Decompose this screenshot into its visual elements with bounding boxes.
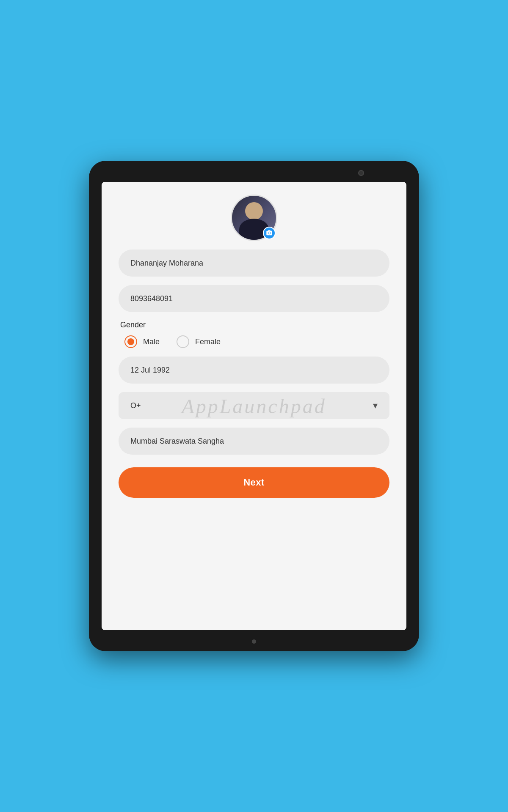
male-radio[interactable]	[124, 335, 137, 348]
chevron-down-icon: ▾	[373, 400, 378, 411]
dob-value: 12 Jul 1992	[130, 366, 170, 375]
name-input[interactable]	[119, 250, 389, 277]
phone-input[interactable]	[119, 285, 389, 312]
blood-group-dropdown[interactable]: O+ ▾	[119, 392, 389, 419]
female-radio[interactable]	[177, 335, 189, 348]
avatar-container[interactable]	[231, 195, 277, 241]
gender-female-option[interactable]: Female	[177, 335, 221, 348]
gender-options: Male Female	[120, 335, 389, 348]
organization-input[interactable]	[119, 428, 389, 455]
dob-field[interactable]: 12 Jul 1992	[119, 357, 389, 384]
camera-icon	[266, 230, 273, 236]
tablet-screen: AppLaunchpad	[102, 182, 406, 630]
blood-group-value: O+	[130, 401, 141, 410]
male-label: Male	[143, 337, 160, 346]
female-label: Female	[195, 337, 221, 346]
profile-section	[231, 182, 277, 250]
gender-label: Gender	[120, 321, 389, 329]
gender-section: Gender Male Female	[119, 321, 389, 348]
tablet-device: AppLaunchpad	[89, 161, 419, 651]
tablet-camera	[358, 170, 364, 176]
form-container: Gender Male Female	[102, 250, 406, 630]
gender-male-option[interactable]: Male	[124, 335, 160, 348]
camera-badge[interactable]	[263, 227, 276, 239]
next-button[interactable]: Next	[119, 467, 389, 498]
avatar-head	[245, 202, 263, 220]
tablet-home-button[interactable]	[252, 639, 256, 644]
male-radio-inner	[127, 338, 134, 345]
